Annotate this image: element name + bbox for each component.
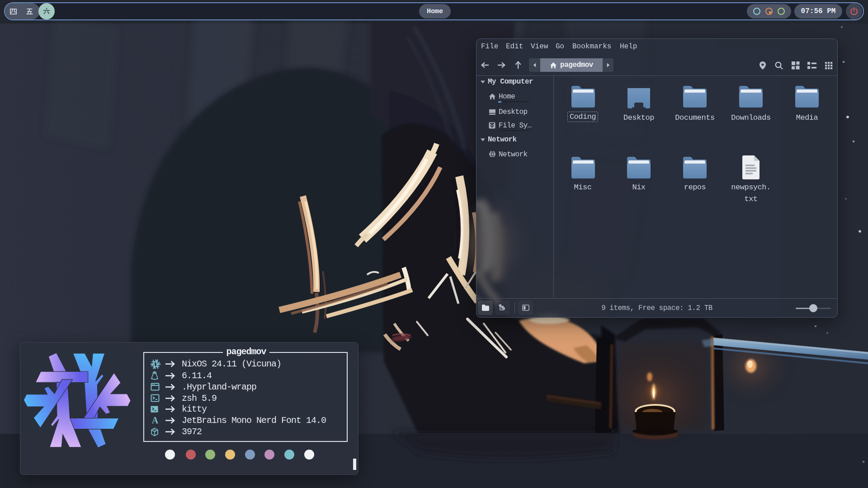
svg-text:A: A xyxy=(152,416,159,425)
